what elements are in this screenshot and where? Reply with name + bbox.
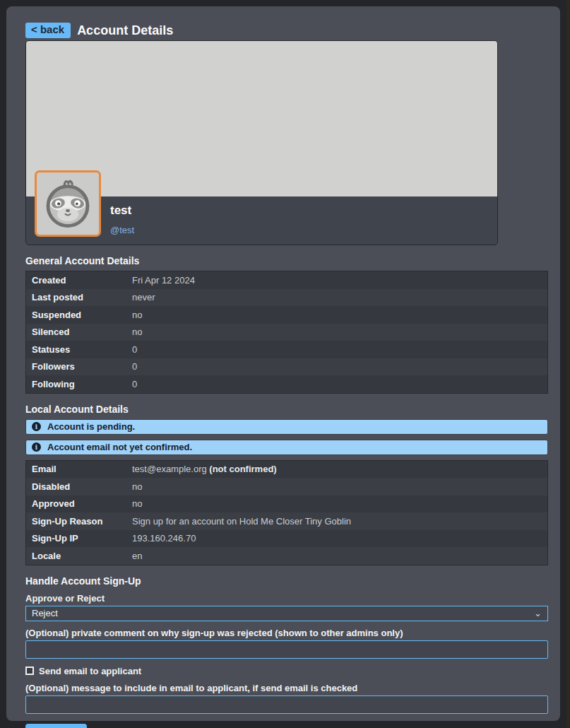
table-row: Disabled no [26, 478, 547, 495]
avatar [35, 170, 101, 237]
row-value: Fri Apr 12 2024 [132, 275, 195, 286]
row-value: no [132, 327, 142, 337]
private-comment-input[interactable] [25, 640, 548, 659]
table-row: Statuses 0 [26, 341, 547, 358]
row-label: Followers [26, 361, 132, 372]
table-row: Followers 0 [26, 358, 547, 376]
account-pending-banner: i Account is pending. [25, 419, 548, 435]
back-button[interactable]: < back [25, 23, 71, 38]
table-row: Locale en [26, 547, 547, 565]
row-label: Created [26, 275, 132, 286]
banner-text: Account email not yet confirmed. [47, 442, 192, 452]
row-label: Email [26, 464, 132, 474]
info-icon: i [32, 422, 41, 431]
row-value: no [132, 310, 142, 320]
row-value: 193.160.246.70 [132, 533, 196, 544]
table-row: Silenced no [26, 324, 547, 341]
send-email-label: Send email to applicant [39, 666, 141, 676]
row-label: Statuses [26, 344, 132, 355]
row-value: 0 [132, 361, 137, 372]
private-comment-label: (Optional) private comment on why sign-u… [25, 628, 548, 638]
display-name: test [110, 204, 134, 218]
handle-signup-heading: Handle Account Sign-Up [25, 575, 548, 587]
table-row: Created Fri Apr 12 2024 [26, 271, 547, 289]
row-label: Sign-Up IP [26, 533, 132, 544]
profile-names: test @test [110, 204, 134, 235]
table-row: Email test@example.org (not confirmed) [26, 461, 547, 479]
info-icon: i [32, 442, 41, 452]
account-details-panel: < back Account Details [6, 6, 560, 721]
general-details-heading: General Account Details [25, 255, 548, 266]
table-row: Sign-Up Reason Sign up for an account on… [26, 512, 547, 530]
row-value: en [132, 551, 142, 561]
approve-reject-label: Approve or Reject [25, 593, 548, 604]
row-value: 0 [132, 379, 137, 389]
row-label: Silenced [26, 327, 132, 337]
row-value: 0 [132, 344, 137, 355]
table-row: Sign-Up IP 193.160.246.70 [26, 530, 547, 548]
approve-reject-select[interactable]: Reject ⌄ [25, 606, 548, 621]
row-label: Last posted [26, 292, 132, 303]
email-not-confirmed-flag: (not confirmed) [209, 464, 276, 474]
local-details-table: Email test@example.org (not confirmed) D… [25, 460, 548, 565]
general-details-table: Created Fri Apr 12 2024 Last posted neve… [25, 271, 548, 394]
row-label: Locale [26, 551, 132, 561]
scrollbar[interactable] [566, 0, 570, 728]
send-email-row: Send email to applicant [25, 666, 548, 676]
banner-text: Account is pending. [47, 421, 135, 432]
row-label: Following [26, 379, 132, 389]
chevron-down-icon: ⌄ [534, 610, 542, 617]
table-row: Following 0 [26, 375, 547, 393]
row-value: never [132, 292, 155, 303]
sloth-avatar-icon [40, 174, 96, 233]
row-label: Approved [26, 498, 132, 509]
send-email-checkbox[interactable] [25, 667, 34, 675]
email-message-label: (Optional) message to include in email t… [25, 683, 548, 693]
row-label: Suspended [26, 310, 132, 320]
row-value: test@example.org (not confirmed) [132, 464, 277, 474]
table-row: Suspended no [26, 306, 547, 324]
table-row: Approved no [26, 495, 547, 513]
page-header: < back Account Details [25, 23, 548, 38]
table-row: Last posted never [26, 289, 547, 307]
profile-card: test @test [25, 40, 498, 245]
row-value: no [132, 481, 142, 492]
page-title: Account Details [77, 23, 173, 38]
row-value: Sign up for an account on Hold Me Closer… [132, 516, 351, 527]
email-message-input[interactable] [25, 695, 548, 714]
email-unconfirmed-banner: i Account email not yet confirmed. [25, 440, 548, 455]
local-details-heading: Local Account Details [25, 404, 548, 415]
reject-submit-button[interactable]: Reject [25, 724, 87, 728]
row-value: no [132, 498, 142, 509]
username-handle: @test [110, 225, 134, 235]
row-label: Disabled [26, 481, 132, 492]
row-label: Sign-Up Reason [26, 516, 132, 527]
select-value: Reject [32, 608, 58, 618]
